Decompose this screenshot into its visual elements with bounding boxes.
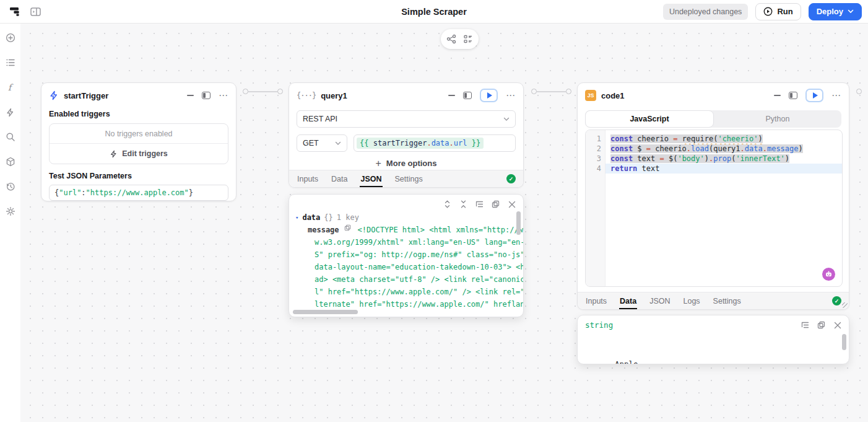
tree-view-icon[interactable] [475,200,484,208]
edge-query1-code1 [537,91,566,92]
resource-select[interactable]: REST API [297,110,516,128]
tab-python[interactable]: Python [714,110,841,128]
tab-settings[interactable]: Settings [394,171,423,187]
close-icon[interactable] [508,200,516,208]
query1-json-panel: ▾ data {} 1 key message <!DOCTYPE html> … [289,194,524,317]
vertical-scrollbar[interactable] [842,334,846,350]
caret-down-icon[interactable]: ▾ [295,211,298,224]
port-query1-out[interactable] [531,89,537,94]
json-message-key: message [308,224,339,236]
vertical-scrollbar[interactable] [516,211,521,235]
play-icon [487,92,492,99]
collapse-rows-icon[interactable] [459,200,467,208]
run-node-button[interactable] [805,89,823,102]
code-line-4[interactable]: return text [605,164,842,174]
starttrigger-header: startTrigger ⋯ [41,86,236,105]
tab-json[interactable]: JSON [360,171,382,187]
copy-icon[interactable] [492,200,500,208]
open-panel-icon[interactable] [789,92,797,99]
node-menu-icon[interactable]: ⋯ [831,92,841,99]
tab-settings[interactable]: Settings [713,293,742,309]
resource-value: REST API [303,115,337,123]
output-preview-text: Apple [615,359,638,364]
code-editor[interactable]: 1234 const cheerio = require('cheerio')c… [585,130,843,287]
port-code1-out[interactable] [856,89,862,94]
lightning-icon[interactable] [6,107,15,117]
edge-starttrigger-query1 [248,91,277,92]
graph-view-icon[interactable] [446,34,456,44]
code-line-1[interactable]: const cheerio = require('cheerio') [605,134,842,144]
method-select[interactable]: GET [297,134,347,152]
canvas-view-toolbar [441,29,479,49]
code-pane[interactable]: const cheerio = require('cheerio')const … [605,130,842,286]
run-button[interactable]: Run [755,3,801,20]
edit-triggers-button[interactable]: Edit triggers [50,144,228,164]
port-query1-in[interactable] [277,89,283,94]
settings-gear-icon[interactable] [6,206,15,216]
json-root-count: 1 key [337,211,359,224]
url-expression: {{ startTrigger.data.url }} [357,138,484,149]
json-root-type: {} [324,211,332,224]
collapse-node-icon[interactable] [187,95,194,96]
port-code1-in[interactable] [566,89,571,94]
package-icon[interactable] [6,157,15,167]
tab-logs[interactable]: Logs [683,293,701,309]
code-line-2[interactable]: const $ = cheerio.load(query1.data.messa… [605,144,842,154]
tab-javascript[interactable]: JavaScript [585,110,714,128]
deploy-button[interactable]: Deploy [809,3,862,20]
success-check-icon: ✓ [506,174,516,183]
json-root-row[interactable]: ▾ data {} 1 key [289,211,517,224]
url-input[interactable]: {{ startTrigger.data.url }} [354,134,516,152]
panel-toggle-icon[interactable] [30,7,41,16]
open-panel-icon[interactable] [202,92,210,99]
trigger-bolt-icon [49,90,59,100]
port-starttrigger-out[interactable] [243,89,248,94]
open-panel-icon[interactable] [463,92,472,99]
success-check-icon: ✓ [832,296,841,306]
tab-inputs[interactable]: Inputs [297,171,319,187]
collapse-node-icon[interactable] [448,95,455,96]
chevron-down-icon [335,141,341,146]
app-logo[interactable] [9,6,20,17]
tab-data[interactable]: Data [331,171,348,187]
more-options-button[interactable]: + More options [289,159,523,168]
collapse-node-icon[interactable] [774,95,781,96]
horizontal-scrollbar[interactable] [293,310,358,314]
node-query1[interactable]: {···} query1 ⋯ REST API GET {{ startTrig… [289,82,524,188]
triggers-box: No triggers enabled Edit triggers [49,123,228,164]
javascript-badge-icon: JS [585,90,596,101]
node-menu-icon[interactable]: ⋯ [219,92,228,99]
test-json-label: Test JSON Parameters [41,172,236,180]
add-block-icon[interactable] [6,33,15,43]
tree-view-icon[interactable] [801,321,809,329]
copy-icon[interactable] [344,224,351,231]
node-menu-icon[interactable]: ⋯ [506,92,516,99]
code-line-3[interactable]: const text = $('body').prop('innerText') [605,154,842,164]
edit-triggers-label: Edit triggers [122,149,168,158]
tab-inputs[interactable]: Inputs [585,293,607,309]
ai-assistant-avatar[interactable] [822,268,835,281]
tab-json[interactable]: JSON [649,293,671,309]
function-icon[interactable]: f [6,82,15,92]
line-number-gutter: 1234 [586,130,605,286]
play-icon [813,92,818,99]
json-message-row: message <!DOCTYPE html> <html xmlns="htt… [289,224,517,236]
history-icon[interactable] [6,182,15,191]
test-json-input[interactable]: {"url": "https://www.apple.com"} [49,185,228,201]
tab-data[interactable]: Data [619,293,637,309]
node-code1[interactable]: JS code1 ⋯ JavaScript Python 1234 const … [577,82,849,310]
search-icon[interactable] [6,132,15,142]
block-layout-icon[interactable] [463,34,473,44]
node-starttrigger[interactable]: startTrigger ⋯ Enabled triggers No trigg… [41,82,237,201]
rest-query-icon: {···} [297,91,316,100]
run-node-button[interactable] [480,89,498,102]
json-message-continuation: w.w3.org/1999/xhtml" xml:lang="en-US" la… [289,236,517,310]
list-icon[interactable] [6,58,15,68]
output-type-label: string [585,320,613,330]
query1-tabbar: InputsDataJSONSettings✓ [289,170,523,187]
chevron-down-icon [848,9,854,14]
copy-icon[interactable] [817,321,825,329]
expand-rows-icon[interactable] [443,200,451,208]
play-circle-icon [763,7,773,16]
close-icon[interactable] [833,321,841,329]
